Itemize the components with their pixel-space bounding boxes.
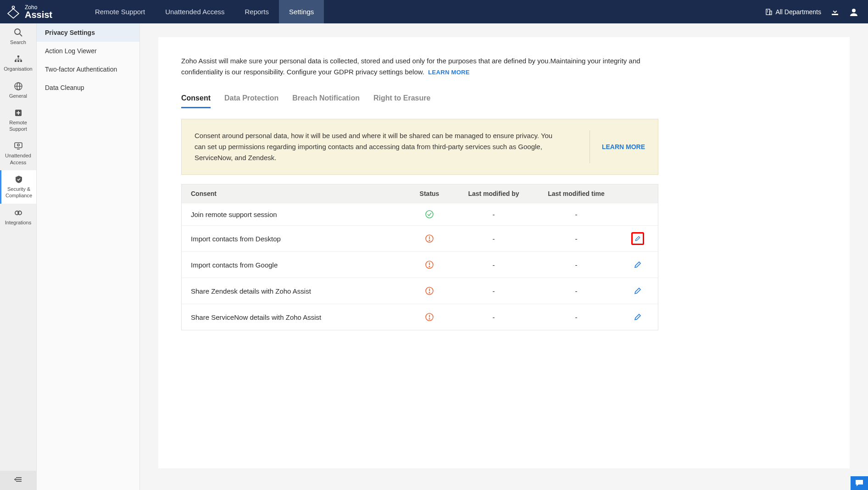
tab-right-to-erasure[interactable]: Right to Erasure bbox=[373, 94, 430, 108]
table-row: Join remote support session - - bbox=[182, 203, 658, 225]
edit-consent-button[interactable] bbox=[631, 232, 644, 245]
edit-consent-button[interactable] bbox=[631, 258, 644, 271]
svg-point-6 bbox=[15, 29, 20, 34]
main-content: Zoho Assist will make sure your personal… bbox=[140, 23, 868, 490]
svg-point-24 bbox=[426, 211, 433, 218]
topbar-right: All Departments bbox=[765, 7, 868, 17]
pencil-icon bbox=[634, 234, 641, 243]
plus-box-icon bbox=[14, 108, 23, 117]
assist-logo-icon bbox=[6, 4, 21, 20]
cell-actions bbox=[618, 284, 649, 297]
edit-consent-button[interactable] bbox=[631, 284, 644, 297]
intro-learn-more-link[interactable]: LEARN MORE bbox=[428, 69, 469, 76]
alert-circle-icon bbox=[425, 260, 434, 269]
collapse-icon bbox=[14, 476, 22, 483]
topnav-remote-support[interactable]: Remote Support bbox=[85, 0, 155, 23]
left-rail: Search Organisation General Remote Suppo… bbox=[0, 23, 37, 490]
departments-label: All Departments bbox=[775, 8, 821, 16]
svg-point-0 bbox=[12, 6, 14, 8]
rail-organisation[interactable]: Organisation bbox=[0, 50, 36, 77]
svg-point-36 bbox=[429, 318, 430, 319]
link-icon bbox=[14, 208, 23, 217]
download-icon[interactable] bbox=[830, 7, 840, 17]
alert-circle-icon bbox=[425, 312, 434, 322]
sub-data-cleanup[interactable]: Data Cleanup bbox=[37, 78, 139, 97]
building-icon bbox=[765, 8, 773, 16]
sub-sidebar: Privacy Settings Action Log Viewer Two-f… bbox=[37, 23, 140, 490]
banner-learn-more-link[interactable]: LEARN MORE bbox=[602, 143, 645, 150]
cell-actions bbox=[618, 232, 649, 245]
brand-logo[interactable]: Zoho Assist bbox=[0, 4, 85, 20]
tab-breach-notification[interactable]: Breach Notification bbox=[292, 94, 360, 108]
monitor-icon bbox=[14, 141, 23, 150]
svg-point-5 bbox=[852, 9, 856, 12]
th-status: Status bbox=[406, 190, 452, 197]
consent-table: Consent Status Last modified by Last mod… bbox=[181, 184, 658, 330]
rail-label: Integrations bbox=[5, 220, 31, 225]
sub-privacy-settings[interactable]: Privacy Settings bbox=[37, 23, 139, 42]
org-icon bbox=[14, 55, 23, 64]
cell-modified-by: - bbox=[452, 235, 535, 243]
svg-line-7 bbox=[20, 34, 22, 36]
svg-rect-8 bbox=[17, 56, 19, 57]
cell-modified-time: - bbox=[535, 261, 618, 269]
brand-line2: Assist bbox=[25, 10, 52, 19]
user-profile-icon[interactable] bbox=[849, 7, 859, 17]
topnav-settings[interactable]: Settings bbox=[279, 0, 324, 23]
rail-remote-support[interactable]: Remote Support bbox=[0, 104, 36, 137]
cell-modified-by: - bbox=[452, 211, 535, 218]
globe-icon bbox=[14, 82, 23, 91]
svg-rect-16 bbox=[15, 143, 22, 148]
cell-consent: Share ServiceNow details with Zoho Assis… bbox=[191, 313, 406, 321]
privacy-tabs: Consent Data Protection Breach Notificat… bbox=[181, 94, 827, 109]
cell-actions bbox=[618, 258, 649, 271]
cell-status bbox=[406, 260, 452, 269]
th-consent: Consent bbox=[191, 190, 406, 197]
rail-label: Unattended Access bbox=[5, 153, 31, 165]
rail-label: Security & Compliance bbox=[6, 186, 32, 198]
topnav-reports[interactable]: Reports bbox=[235, 0, 279, 23]
svg-point-30 bbox=[429, 266, 430, 267]
cell-modified-time: - bbox=[535, 211, 618, 218]
rail-integrations[interactable]: Integrations bbox=[0, 204, 36, 230]
table-header: Consent Status Last modified by Last mod… bbox=[182, 184, 658, 203]
sub-action-log-viewer[interactable]: Action Log Viewer bbox=[37, 42, 139, 60]
tab-consent[interactable]: Consent bbox=[181, 94, 211, 108]
sub-two-factor-auth[interactable]: Two-factor Authentication bbox=[37, 60, 139, 78]
th-modified-time: Last modified time bbox=[535, 190, 618, 197]
rail-label: Organisation bbox=[4, 66, 32, 72]
alert-circle-icon bbox=[425, 234, 434, 243]
cell-status bbox=[406, 286, 452, 295]
chat-fab[interactable] bbox=[851, 476, 868, 490]
cell-status bbox=[406, 312, 452, 322]
table-row: Import contacts from Google - - bbox=[182, 251, 658, 278]
cell-consent: Join remote support session bbox=[191, 211, 406, 218]
cell-consent: Share Zendesk details with Zoho Assist bbox=[191, 287, 406, 295]
table-row: Share Zendesk details with Zoho Assist -… bbox=[182, 278, 658, 304]
cell-status bbox=[406, 210, 452, 219]
cell-modified-by: - bbox=[452, 261, 535, 269]
chat-icon bbox=[855, 479, 864, 487]
edit-consent-button[interactable] bbox=[631, 311, 644, 323]
svg-rect-2 bbox=[770, 11, 772, 15]
tab-data-protection[interactable]: Data Protection bbox=[224, 94, 278, 108]
brand-line1: Zoho bbox=[25, 5, 52, 10]
topnav-unattended-access[interactable]: Unattended Access bbox=[155, 0, 234, 23]
intro-paragraph: Zoho Assist will make sure your personal… bbox=[181, 56, 654, 78]
rail-unattended-access[interactable]: Unattended Access bbox=[0, 137, 36, 170]
check-circle-icon bbox=[425, 210, 434, 219]
th-actions bbox=[618, 190, 649, 197]
table-row: Import contacts from Desktop - - bbox=[182, 225, 658, 251]
departments-dropdown[interactable]: All Departments bbox=[765, 8, 821, 16]
cell-modified-time: - bbox=[535, 235, 618, 243]
intro-text: Zoho Assist will make sure your personal… bbox=[181, 57, 640, 76]
pencil-icon bbox=[634, 261, 642, 269]
rail-collapse-button[interactable] bbox=[0, 471, 36, 490]
topbar: Zoho Assist Remote Support Unattended Ac… bbox=[0, 0, 868, 23]
svg-rect-9 bbox=[15, 60, 17, 62]
search-icon bbox=[14, 28, 23, 37]
consent-info-banner: Consent around personal data, how it wil… bbox=[181, 119, 658, 175]
rail-security-compliance[interactable]: Security & Compliance bbox=[0, 170, 36, 204]
rail-search[interactable]: Search bbox=[0, 23, 36, 50]
rail-general[interactable]: General bbox=[0, 77, 36, 104]
